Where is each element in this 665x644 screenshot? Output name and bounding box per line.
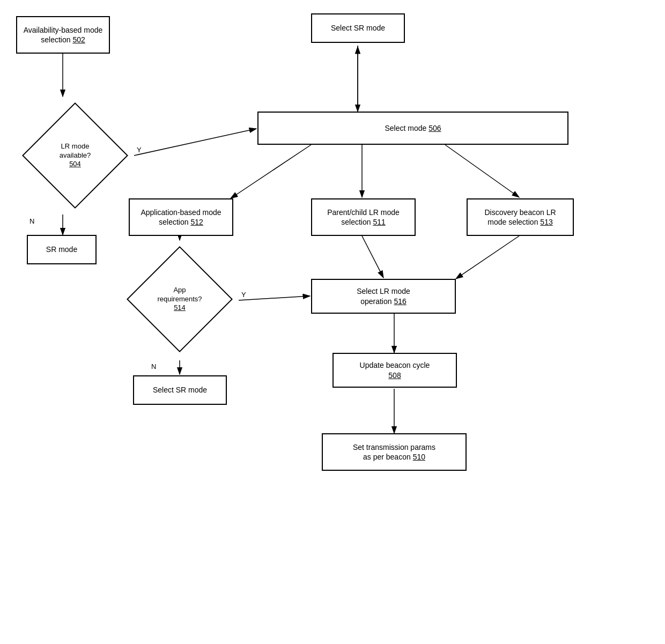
- box-513-label: Discovery beacon LRmode selection 513: [484, 208, 556, 227]
- svg-line-11: [362, 236, 383, 278]
- box-sr-mode-top: Select SR mode: [311, 13, 405, 43]
- box-sr-mode-left-label: SR mode: [46, 245, 77, 254]
- box-502-label: Availability-based modeselection 502: [24, 25, 103, 45]
- svg-line-12: [456, 236, 519, 279]
- box-sr-mode-top-label: Select SR mode: [331, 23, 385, 33]
- flowchart-diagram: Availability-based modeselection 502 Sel…: [0, 0, 665, 644]
- box-512-label: Application-based modeselection 512: [141, 208, 221, 227]
- box-513: Discovery beacon LRmode selection 513: [467, 198, 574, 236]
- svg-line-9: [239, 296, 310, 300]
- box-sr-mode-left: SR mode: [27, 235, 97, 264]
- box-510: Set transmission paramsas per beacon 510: [322, 433, 467, 471]
- diamond-504-label: LR modeavailable?504: [60, 142, 91, 169]
- box-516: Select LR modeoperation 516: [311, 279, 456, 314]
- box-506-label: Select mode 506: [385, 123, 441, 133]
- svg-line-6: [445, 145, 519, 197]
- box-510-label: Set transmission paramsas per beacon 510: [353, 442, 435, 462]
- box-512: Application-based modeselection 512: [129, 198, 233, 236]
- diamond-514-label: Apprequirements?514: [157, 286, 202, 313]
- label-y-504: Y: [137, 146, 142, 154]
- box-516-label: Select LR modeoperation 516: [357, 286, 410, 306]
- svg-line-4: [231, 145, 311, 198]
- box-508-label: Update beacon cycle508: [360, 360, 430, 380]
- box-502: Availability-based modeselection 502: [16, 16, 110, 54]
- box-511: Parent/child LR modeselection 511: [311, 198, 416, 236]
- label-y-514: Y: [241, 291, 246, 299]
- box-sr-mode-bottom-label: Select SR mode: [153, 385, 207, 395]
- box-508: Update beacon cycle508: [332, 353, 457, 388]
- box-sr-mode-bottom: Select SR mode: [133, 375, 227, 405]
- diamond-514: Apprequirements?514: [121, 240, 239, 358]
- box-511-label: Parent/child LR modeselection 511: [327, 208, 400, 227]
- label-n-504: N: [29, 217, 34, 225]
- diamond-504: LR modeavailable?504: [16, 97, 134, 214]
- svg-line-2: [134, 129, 256, 156]
- box-506: Select mode 506: [257, 112, 568, 145]
- label-n-514: N: [151, 362, 156, 371]
